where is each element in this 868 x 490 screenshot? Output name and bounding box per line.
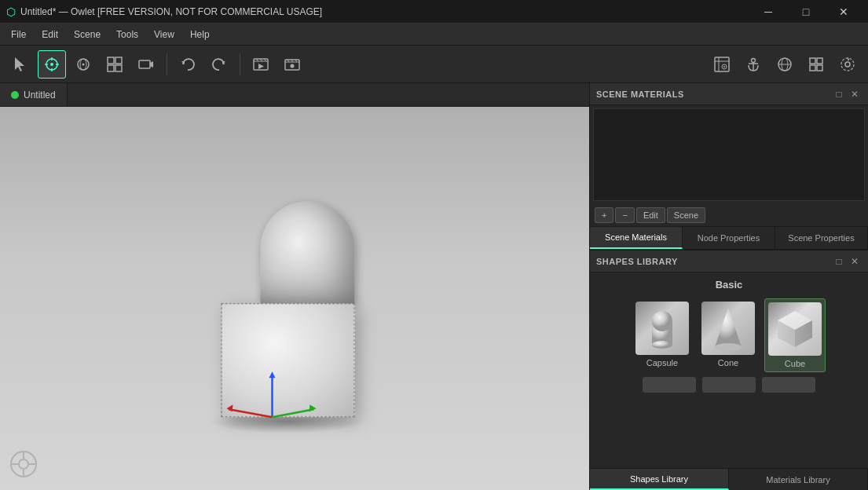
- dome-shape: [261, 201, 355, 303]
- tab-status-dot: [11, 91, 19, 99]
- app-icon: ⬡: [6, 5, 16, 18]
- toolbar-sep-2: [240, 53, 240, 75]
- toolbar-sep-1: [167, 53, 167, 75]
- svg-rect-14: [139, 60, 150, 68]
- svg-rect-10: [108, 57, 114, 64]
- svg-marker-0: [15, 57, 24, 71]
- remove-material-button[interactable]: −: [615, 207, 634, 223]
- close-button[interactable]: ✕: [826, 0, 862, 24]
- capsule-label: Capsule: [646, 358, 678, 368]
- minimize-button[interactable]: ─: [750, 0, 786, 24]
- cone-label: Cone: [718, 358, 738, 368]
- scene-materials-close-btn[interactable]: ✕: [848, 87, 862, 101]
- viewport-tab-item[interactable]: Untitled: [0, 83, 68, 106]
- cube-label: Cube: [785, 359, 805, 368]
- svg-rect-13: [115, 65, 122, 71]
- svg-line-49: [229, 409, 273, 417]
- svg-point-9: [82, 63, 85, 65]
- titlebar-controls: ─ □ ✕: [750, 0, 862, 24]
- more-shape-1: [643, 377, 696, 393]
- app-settings-button[interactable]: [833, 50, 862, 79]
- svg-marker-52: [309, 404, 317, 411]
- cube-thumbnail: [768, 302, 822, 356]
- capsule-thumbnail: [635, 302, 689, 355]
- maximize-button[interactable]: □: [788, 0, 824, 24]
- shapes-bottom-row: [596, 377, 862, 393]
- titlebar-left: ⬡ Untitled* — Owlet [FREE VERSION, NOT F…: [6, 5, 322, 18]
- svg-point-61: [652, 341, 672, 349]
- layers-button[interactable]: [802, 50, 830, 79]
- svg-rect-43: [810, 65, 815, 71]
- menu-tools[interactable]: Tools: [108, 26, 146, 43]
- right-panel: SCENE MATERIALS □ ✕ + − Edit Scene Scene…: [589, 83, 868, 490]
- menu-help[interactable]: Help: [182, 26, 218, 43]
- shapes-content: Basic: [590, 272, 868, 468]
- add-material-button[interactable]: +: [595, 207, 613, 223]
- svg-rect-11: [115, 57, 122, 64]
- menubar: File Edit Scene Tools View Help: [0, 24, 868, 46]
- camera-tool-button[interactable]: [132, 50, 160, 79]
- menu-edit[interactable]: Edit: [34, 26, 66, 43]
- record-button[interactable]: [278, 50, 306, 79]
- menu-file[interactable]: File: [3, 26, 34, 43]
- transform-gizmo: [222, 370, 324, 433]
- shapes-section-title: Basic: [596, 279, 862, 291]
- play-button[interactable]: [247, 50, 275, 79]
- viewport-watermark: [8, 448, 39, 484]
- svg-marker-48: [269, 371, 276, 378]
- scene-material-button[interactable]: Scene: [667, 207, 705, 223]
- materials-toolbar: + − Edit Scene: [590, 204, 868, 226]
- svg-marker-62: [715, 308, 742, 347]
- svg-rect-44: [817, 65, 822, 71]
- svg-point-6: [50, 63, 53, 66]
- select-tool-button[interactable]: [38, 50, 66, 79]
- shape-item-capsule[interactable]: Capsule: [632, 298, 692, 372]
- tab-materials-library[interactable]: Materials Library: [729, 469, 868, 490]
- shapes-grid: Capsule: [596, 298, 862, 372]
- toolbar: [0, 46, 868, 83]
- tab-scene-materials[interactable]: Scene Materials: [590, 227, 683, 249]
- shapes-library-panel: SHAPES LIBRARY □ ✕ Basic: [590, 250, 868, 490]
- orbit-tool-button[interactable]: [69, 50, 97, 79]
- svg-point-35: [752, 58, 756, 62]
- menu-scene[interactable]: Scene: [66, 26, 108, 43]
- main-layout: Untitled: [0, 83, 868, 490]
- capsule-object: [222, 201, 355, 417]
- physics-button[interactable]: [771, 50, 799, 79]
- svg-rect-12: [108, 65, 114, 71]
- svg-rect-41: [810, 58, 815, 64]
- shape-item-cube[interactable]: Cube: [764, 298, 826, 372]
- anchor-button[interactable]: [739, 50, 767, 79]
- shapes-library-close-btn[interactable]: ✕: [848, 254, 862, 269]
- viewport-tab-bar: Untitled: [0, 83, 589, 107]
- frame-tool-button[interactable]: [101, 50, 129, 79]
- tab-shapes-library[interactable]: Shapes Library: [590, 469, 729, 490]
- scene-materials-header: SCENE MATERIALS □ ✕: [590, 83, 868, 105]
- edit-material-button[interactable]: Edit: [636, 207, 665, 223]
- scene-materials-minimize-btn[interactable]: □: [832, 87, 846, 101]
- tab-scene-properties[interactable]: Scene Properties: [775, 227, 868, 249]
- scene-canvas: [0, 107, 589, 490]
- shapes-library-header: SHAPES LIBRARY □ ✕: [590, 250, 868, 272]
- shapes-library-title: SHAPES LIBRARY: [596, 257, 678, 266]
- tab-node-properties[interactable]: Node Properties: [683, 227, 775, 249]
- shape-item-cone[interactable]: Cone: [698, 298, 758, 372]
- shapes-library-header-btns: □ ✕: [832, 254, 862, 269]
- scene-materials-header-btns: □ ✕: [832, 87, 862, 101]
- svg-point-45: [845, 62, 850, 67]
- materials-tabs: Scene Materials Node Properties Scene Pr…: [590, 226, 868, 249]
- move-tool-button[interactable]: [6, 50, 35, 79]
- svg-marker-50: [227, 404, 233, 411]
- svg-point-29: [291, 64, 295, 68]
- svg-marker-23: [258, 64, 264, 69]
- svg-line-51: [273, 409, 314, 417]
- 3d-object: [222, 201, 355, 417]
- svg-point-54: [19, 459, 28, 469]
- viewport[interactable]: [0, 107, 589, 490]
- shapes-library-minimize-btn[interactable]: □: [832, 254, 846, 269]
- target-button[interactable]: [708, 50, 736, 79]
- undo-button[interactable]: [174, 50, 202, 79]
- redo-button[interactable]: [205, 50, 233, 79]
- menu-view[interactable]: View: [146, 26, 182, 43]
- svg-point-34: [723, 66, 725, 68]
